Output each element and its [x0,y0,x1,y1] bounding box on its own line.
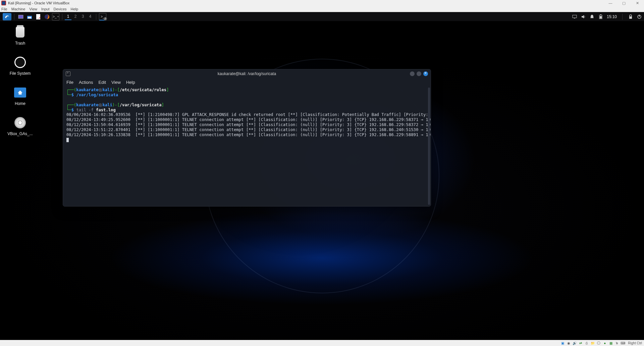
terminal-scrollbar[interactable] [428,88,430,205]
desktop-icon-label: Home [15,101,25,106]
workspace-3[interactable]: 3 [79,13,86,20]
terminal-window[interactable]: kaukarate@kali: /var/log/suricata File A… [63,69,431,207]
workspace-4[interactable]: 4 [87,13,94,20]
desktop-icon-filesystem[interactable]: File System [7,56,34,76]
svg-rect-5 [573,15,577,18]
lock-icon[interactable] [628,14,633,19]
desktop-icon-label: File System [10,71,31,76]
status-keyboard-icon[interactable]: ⌨ [621,341,625,345]
terminal-menu-view[interactable]: View [111,80,121,85]
host-menu-file[interactable]: File [1,7,7,11]
desktop-icon-label: VBox_GAs_... [7,131,33,136]
svg-rect-3 [36,14,40,19]
svg-rect-9 [600,16,602,18]
host-maximize-button[interactable]: ▢ [617,0,631,6]
terminal-launcher-button[interactable]: >_▾ [52,13,59,20]
host-menubar: File Machine View Input Devices Help [0,6,644,12]
panel-clock[interactable]: 15:10 [607,14,617,19]
status-network-icon[interactable]: ⇄ [578,341,583,345]
svg-rect-2 [28,17,31,18]
status-usb-icon[interactable]: ⎙ [584,341,589,345]
svg-rect-10 [629,16,632,19]
status-host-key: Right Ctrl [628,341,642,345]
battery-icon[interactable] [598,14,603,19]
terminal-minimize-button[interactable] [410,71,415,76]
volume-icon[interactable] [581,14,586,19]
terminal-menu-file[interactable]: File [66,80,73,85]
svg-rect-0 [18,15,23,18]
host-titlebar: Kali [Running] - Oracle VM VirtualBox — … [0,0,644,6]
display-icon[interactable] [572,14,577,19]
notifications-icon[interactable] [589,14,595,19]
home-folder-icon [14,88,26,98]
status-shared-icon[interactable]: 📁 [590,341,595,345]
terminal-menu-help[interactable]: Help [126,80,135,85]
host-statusbar: ▣ ◉ 🔊 ⇄ ⎙ 📁 🖵 ● ▦ 🖱 ⌨ Right Ctrl [0,340,644,346]
host-menu-devices[interactable]: Devices [53,7,66,11]
filesystem-icon [14,57,26,68]
host-menu-view[interactable]: View [29,7,37,11]
status-hdd-icon[interactable]: ▣ [560,341,565,345]
desktop-icon-trash[interactable]: Trash [7,25,34,46]
trash-icon [16,27,24,38]
firefox-button[interactable] [43,13,51,20]
status-audio-icon[interactable]: 🔊 [572,341,577,345]
host-menu-input[interactable]: Input [41,7,49,11]
terminal-menubar: File Actions Edit View Help [63,78,431,86]
terminal-body[interactable]: ┌──(kaukarate㉿kali)-[/etc/suricata/rules… [63,86,431,206]
terminal-titlebar[interactable]: kaukarate@kali: /var/log/suricata [63,69,431,78]
terminal-menu-edit[interactable]: Edit [99,80,106,85]
host-minimize-button[interactable]: — [604,0,617,6]
taskbar-terminal-button[interactable]: >_ [99,13,106,20]
vm-display: >_▾ 1 2 3 4 >_ 15:10 Trash File System [0,12,644,340]
status-optical-icon[interactable]: ◉ [566,341,571,345]
workspace-2[interactable]: 2 [72,13,79,20]
terminal-menu-actions[interactable]: Actions [79,80,93,85]
kali-menu-button[interactable] [3,13,11,20]
host-title: Kali [Running] - Oracle VM VirtualBox [8,1,69,5]
text-editor-button[interactable] [35,13,42,20]
workspace-1[interactable]: 1 [65,13,71,20]
terminal-title: kaukarate@kali: /var/log/suricata [218,71,276,76]
host-close-button[interactable]: ✕ [631,0,644,6]
svg-rect-8 [600,14,601,15]
virtualbox-icon [1,1,6,5]
show-desktop-button[interactable] [17,13,24,20]
host-menu-help[interactable]: Help [71,7,78,11]
desktop-icon-home[interactable]: Home [7,86,34,106]
status-record-icon[interactable]: ● [602,341,607,345]
desktop-icon-label: Trash [15,41,25,46]
power-icon[interactable] [637,14,642,19]
status-cpu-icon[interactable]: ▦ [608,341,613,345]
desktop-icon-vbox-gas[interactable]: VBox_GAs_... [7,116,34,136]
file-manager-button[interactable] [26,13,33,20]
svg-rect-6 [574,18,575,18]
terminal-close-button[interactable] [423,71,428,76]
cd-disc-icon [14,117,26,128]
status-mouse-icon[interactable]: 🖱 [614,341,619,345]
host-menu-machine[interactable]: Machine [11,7,25,11]
terminal-icon [66,71,70,76]
desktop-icons: Trash File System Home VBox_GAs_... [7,25,34,136]
status-display-icon[interactable]: 🖵 [596,341,601,345]
kali-panel: >_▾ 1 2 3 4 >_ 15:10 [0,12,644,21]
svg-rect-1 [27,16,32,16]
terminal-maximize-button[interactable] [417,71,421,76]
svg-rect-12 [639,15,640,17]
